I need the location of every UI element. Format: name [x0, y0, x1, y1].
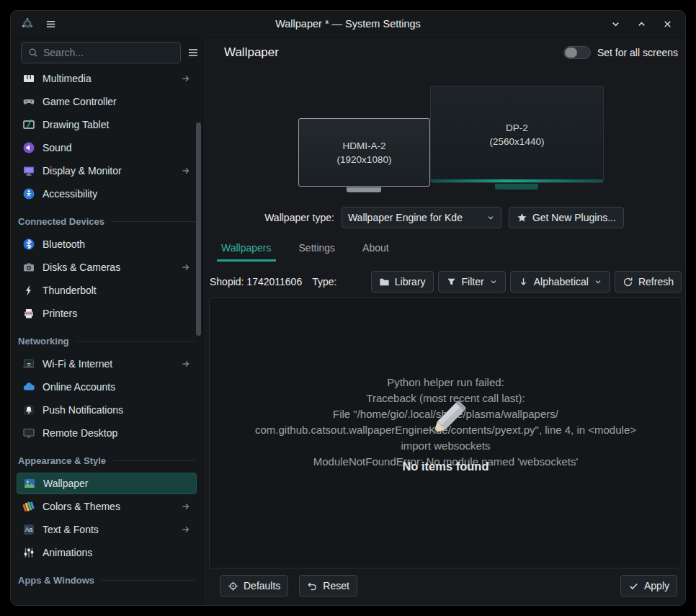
monitor-resolution: (2560x1440): [490, 136, 545, 147]
sidebar-item-wallpaper[interactable]: Wallpaper: [17, 473, 197, 494]
monitor-dp2[interactable]: DP-2 (2560x1440): [430, 86, 604, 183]
maximize-button[interactable]: [633, 16, 649, 32]
refresh-label: Refresh: [638, 276, 674, 287]
library-label: Library: [395, 276, 426, 287]
sidebar-item-colors-themes[interactable]: Colors & Themes: [17, 496, 197, 517]
pencil-placeholder-icon: [420, 395, 472, 447]
defaults-label: Defaults: [244, 580, 280, 592]
thunderbolt-icon: [22, 284, 35, 297]
filter-label: Filter: [462, 276, 484, 287]
text-fonts-icon: Aa: [22, 523, 35, 536]
accessibility-icon: [22, 187, 35, 200]
sidebar-item-remote-desktop[interactable]: Remote Desktop: [17, 422, 197, 444]
svg-text:Aa: Aa: [25, 526, 33, 533]
folder-icon: [379, 277, 390, 287]
sidebar-item-bluetooth[interactable]: Bluetooth: [17, 233, 197, 255]
remote-desktop-icon: [22, 427, 35, 439]
sidebar-item-label: Sound: [43, 142, 71, 153]
sidebar-item-drawing-tablet[interactable]: Drawing Tablet: [17, 114, 197, 135]
monitor-stand: [495, 184, 538, 189]
chevron-right-icon: [181, 73, 191, 84]
sidebar-scrollbar[interactable]: [196, 122, 201, 336]
tab-about[interactable]: About: [358, 238, 393, 262]
wifi-icon: [22, 357, 35, 370]
sidebar-item-thunderbolt[interactable]: Thunderbolt: [17, 280, 197, 301]
chevron-down-icon: [486, 213, 495, 222]
apply-label: Apply: [644, 580, 669, 592]
sidebar-item-wifi-internet[interactable]: Wi-Fi & Internet: [17, 353, 197, 375]
section-header-label: Apps & Windows: [18, 575, 94, 586]
apply-button[interactable]: Apply: [620, 575, 677, 597]
cloud-icon: [22, 380, 35, 393]
monitor-name: DP-2: [506, 122, 528, 133]
minimize-button[interactable]: [607, 16, 623, 32]
wallpaper-type-value: Wallpaper Engine for Kde: [348, 212, 482, 223]
sidebar-nav: Multimedia Game Controller Drawing Table…: [11, 65, 202, 605]
hamburger-menu-icon[interactable]: [43, 16, 58, 32]
wallpaper-icon: [23, 477, 36, 490]
sidebar-item-game-controller[interactable]: Game Controller: [17, 91, 197, 112]
sidebar-item-label: Remote Desktop: [43, 427, 117, 439]
sidebar-item-label: Printers: [43, 308, 77, 319]
wallpaper-grid-view: Python helper run failed: Traceback (mos…: [209, 298, 682, 568]
sort-button[interactable]: Alphabetical: [510, 271, 610, 293]
sidebar-item-disks-cameras[interactable]: Disks & Cameras: [17, 256, 197, 278]
toggle-label: Set for all screens: [597, 47, 678, 58]
sidebar-item-display-monitor[interactable]: Display & Monitor: [17, 160, 197, 182]
sidebar-item-label: Game Controller: [43, 96, 117, 107]
sidebar-item-animations[interactable]: Animations: [17, 542, 197, 563]
sidebar-item-online-accounts[interactable]: Online Accounts: [17, 376, 197, 398]
monitor-hdmi-a-2[interactable]: HDMI-A-2 (1920x1080): [298, 118, 430, 187]
tab-wallpapers[interactable]: Wallpapers: [217, 238, 276, 262]
sidebar-item-label: Colors & Themes: [43, 501, 120, 512]
chevron-right-icon: [181, 262, 191, 272]
section-header-label: Appearance & Style: [18, 455, 106, 466]
set-for-all-screens-toggle[interactable]: [563, 46, 591, 59]
sidebar-item-multimedia[interactable]: Multimedia: [17, 68, 197, 89]
sort-label: Alphabetical: [534, 276, 589, 287]
sidebar-item-sound[interactable]: Sound: [17, 137, 197, 159]
get-new-plugins-label: Get New Plugins...: [532, 212, 616, 223]
filter-button[interactable]: Filter: [438, 271, 506, 293]
sidebar-section-networking: Networking: [17, 330, 197, 352]
search-input[interactable]: [43, 47, 174, 58]
sound-icon: [22, 141, 35, 154]
tab-settings[interactable]: Settings: [295, 238, 340, 262]
star-icon: [517, 213, 527, 223]
filter-funnel-icon: [446, 277, 457, 287]
bluetooth-icon: [22, 238, 35, 251]
search-field[interactable]: [21, 42, 181, 63]
sidebar-item-label: Push Notifications: [43, 404, 123, 416]
sidebar-item-label: Wallpaper: [43, 478, 89, 489]
library-button[interactable]: Library: [371, 271, 434, 293]
no-items-found-label: No items found: [210, 460, 682, 473]
printer-icon: [22, 307, 35, 320]
monitor-name: HDMI-A-2: [343, 140, 386, 151]
page-title: Wallpaper: [224, 45, 279, 60]
sidebar-item-push-notifications[interactable]: Push Notifications: [17, 399, 197, 421]
multimedia-icon: [22, 72, 35, 85]
sidebar-item-label: Accessibility: [43, 188, 97, 200]
error-line: Python helper run failed:: [210, 375, 682, 390]
refresh-button[interactable]: Refresh: [615, 271, 682, 293]
sidebar-menu-icon[interactable]: [187, 42, 199, 63]
sidebar-item-label: Multimedia: [43, 73, 92, 84]
wallpaper-type-select[interactable]: Wallpaper Engine for Kde: [342, 207, 501, 228]
monitor-resolution: (1920x1080): [337, 154, 392, 165]
sidebar-item-label: Display & Monitor: [43, 165, 122, 177]
sidebar-item-label: Online Accounts: [43, 381, 115, 393]
close-button[interactable]: [659, 16, 675, 32]
sidebar-item-printers[interactable]: Printers: [17, 303, 197, 324]
drawing-tablet-icon: [22, 118, 35, 131]
sidebar-item-accessibility[interactable]: Accessibility: [17, 183, 197, 205]
get-new-plugins-button[interactable]: Get New Plugins...: [509, 207, 624, 228]
sidebar-item-text-fonts[interactable]: Aa Text & Fonts: [17, 519, 197, 540]
sidebar-section-apps-windows: Apps & Windows: [17, 569, 197, 591]
reset-button[interactable]: Reset: [299, 575, 357, 597]
reset-label: Reset: [323, 580, 349, 592]
content-pane: Wallpaper Set for all screens DP-2 (2560…: [203, 37, 685, 605]
sort-descending-icon: [518, 277, 529, 287]
wallpaper-toolbar: Shopid: 1742011606 Type: Library Filter …: [203, 271, 685, 293]
defaults-button[interactable]: Defaults: [220, 575, 288, 597]
chevron-down-icon: [489, 277, 498, 286]
